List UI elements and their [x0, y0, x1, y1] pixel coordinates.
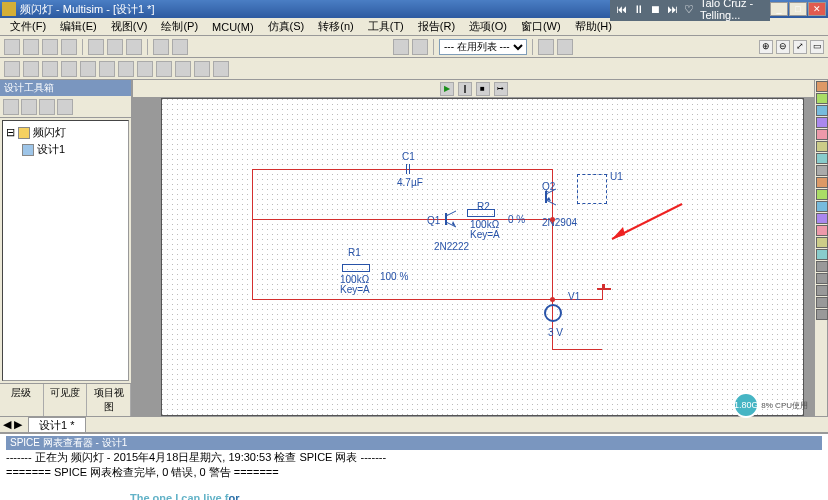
tb-scope[interactable]: [538, 39, 554, 55]
zoom-region-icon[interactable]: ▭: [810, 40, 824, 54]
place-misc[interactable]: [137, 61, 153, 77]
tb-new[interactable]: [4, 39, 20, 55]
tb-redo[interactable]: [172, 39, 188, 55]
place-diode[interactable]: [42, 61, 58, 77]
menu-tools[interactable]: 工具(T): [362, 18, 410, 35]
tab-nav[interactable]: ◀ ▶: [3, 418, 22, 431]
close-button[interactable]: ✕: [808, 2, 826, 16]
tb-cut[interactable]: [88, 39, 104, 55]
tb-print[interactable]: [61, 39, 77, 55]
tree-new[interactable]: [3, 99, 19, 115]
place-basic[interactable]: [23, 61, 39, 77]
component-u1[interactable]: [577, 174, 607, 204]
maximize-button[interactable]: □: [789, 2, 807, 16]
instr-network[interactable]: [816, 237, 828, 248]
media-stop-icon[interactable]: ⏹: [650, 3, 661, 15]
place-indicator[interactable]: [156, 61, 172, 77]
design-tree[interactable]: ⊟ 频闪灯 设计1: [2, 120, 129, 381]
tb-undo[interactable]: [153, 39, 169, 55]
instr-tek-scope[interactable]: [816, 285, 828, 296]
instr-counter[interactable]: [816, 153, 828, 164]
tab-project-view[interactable]: 项目视图: [87, 384, 131, 416]
media-pause-icon[interactable]: ⏸: [633, 3, 644, 15]
tb-open[interactable]: [23, 39, 39, 55]
place-cmos[interactable]: [118, 61, 134, 77]
place-source[interactable]: [4, 61, 20, 77]
sim-stop-icon[interactable]: ■: [476, 82, 490, 96]
potentiometer-r1[interactable]: [342, 264, 370, 272]
minimize-button[interactable]: _: [770, 2, 788, 16]
r1-key: Key=A: [340, 284, 370, 295]
instr-agilent-fg[interactable]: [816, 249, 828, 260]
tb-paste[interactable]: [126, 39, 142, 55]
sim-step-icon[interactable]: ↦: [494, 82, 508, 96]
in-use-list-select[interactable]: --- 在用列表 ---: [439, 39, 527, 55]
zoom-out-icon[interactable]: ⊖: [776, 40, 790, 54]
instr-wordgen[interactable]: [816, 165, 828, 176]
tb-copy[interactable]: [107, 39, 123, 55]
u1-name: U1: [610, 171, 623, 182]
instr-probe[interactable]: [816, 309, 828, 320]
instr-multimeter[interactable]: [816, 81, 828, 92]
capacitor-c1[interactable]: [402, 164, 414, 174]
media-prev-icon[interactable]: ⏮: [616, 3, 627, 15]
media-next-icon[interactable]: ⏭: [667, 3, 678, 15]
instr-logic-analyzer[interactable]: [816, 177, 828, 188]
instr-distortion[interactable]: [816, 213, 828, 224]
tb-snap[interactable]: [412, 39, 428, 55]
ground-symbol[interactable]: [597, 284, 611, 294]
place-transistor[interactable]: [61, 61, 77, 77]
instr-agilent-scope[interactable]: [816, 273, 828, 284]
sim-play-icon[interactable]: ▶: [440, 82, 454, 96]
menu-mcu[interactable]: MCU(M): [206, 20, 260, 34]
schematic-canvas[interactable]: C1 4.7µF Q1 2N2222 R2 100kΩ Key=A 0 % Q2: [161, 98, 804, 416]
instr-wattmeter[interactable]: [816, 105, 828, 116]
transistor-q1[interactable]: [442, 209, 458, 229]
place-electromech[interactable]: [213, 61, 229, 77]
design-tab-1[interactable]: 设计1 *: [28, 417, 85, 433]
sim-pause-icon[interactable]: ‖: [458, 82, 472, 96]
spice-panel-title: SPICE 网表查看器 - 设计1: [6, 436, 822, 450]
menu-reports[interactable]: 报告(R): [412, 18, 461, 35]
q1-name: Q1: [427, 215, 440, 226]
menu-place[interactable]: 绘制(P): [155, 18, 204, 35]
voltage-source-v1[interactable]: [544, 304, 562, 322]
tb-grid[interactable]: [393, 39, 409, 55]
media-player[interactable]: ⏮ ⏸ ⏹ ⏭ ♡ Talo Cruz - Telling...: [610, 0, 770, 21]
tb-save[interactable]: [42, 39, 58, 55]
place-rf[interactable]: [194, 61, 210, 77]
menu-simulate[interactable]: 仿真(S): [262, 18, 311, 35]
tab-hierarchy[interactable]: 层级: [0, 384, 44, 416]
menu-view[interactable]: 视图(V): [105, 18, 154, 35]
instr-spectrum[interactable]: [816, 225, 828, 236]
r2-name: R2: [477, 201, 490, 212]
instr-4ch-scope[interactable]: [816, 129, 828, 140]
instr-funcgen[interactable]: [816, 93, 828, 104]
sidebar-tabs: 层级 可见度 项目视图: [0, 383, 131, 416]
tree-open[interactable]: [21, 99, 37, 115]
instr-bode[interactable]: [816, 141, 828, 152]
tree-save[interactable]: [39, 99, 55, 115]
menu-options[interactable]: 选项(O): [463, 18, 513, 35]
instr-labview[interactable]: [816, 297, 828, 308]
place-ttl[interactable]: [99, 61, 115, 77]
instr-logic-conv[interactable]: [816, 189, 828, 200]
zoom-in-icon[interactable]: ⊕: [759, 40, 773, 54]
tb-analyzer[interactable]: [557, 39, 573, 55]
tab-visibility[interactable]: 可见度: [44, 384, 88, 416]
tree-child[interactable]: 设计1: [6, 141, 125, 158]
menu-edit[interactable]: 编辑(E): [54, 18, 103, 35]
tree-refresh[interactable]: [57, 99, 73, 115]
zoom-fit-icon[interactable]: ⤢: [793, 40, 807, 54]
menu-transfer[interactable]: 转移(n): [312, 18, 359, 35]
tree-root[interactable]: ⊟ 频闪灯: [6, 124, 125, 141]
menu-window[interactable]: 窗口(W): [515, 18, 567, 35]
instr-agilent-mm[interactable]: [816, 261, 828, 272]
menu-help[interactable]: 帮助(H): [569, 18, 618, 35]
place-analog[interactable]: [80, 61, 96, 77]
media-heart-icon[interactable]: ♡: [684, 3, 694, 16]
instr-iv[interactable]: [816, 201, 828, 212]
instr-scope[interactable]: [816, 117, 828, 128]
menu-file[interactable]: 文件(F): [4, 18, 52, 35]
place-power[interactable]: [175, 61, 191, 77]
